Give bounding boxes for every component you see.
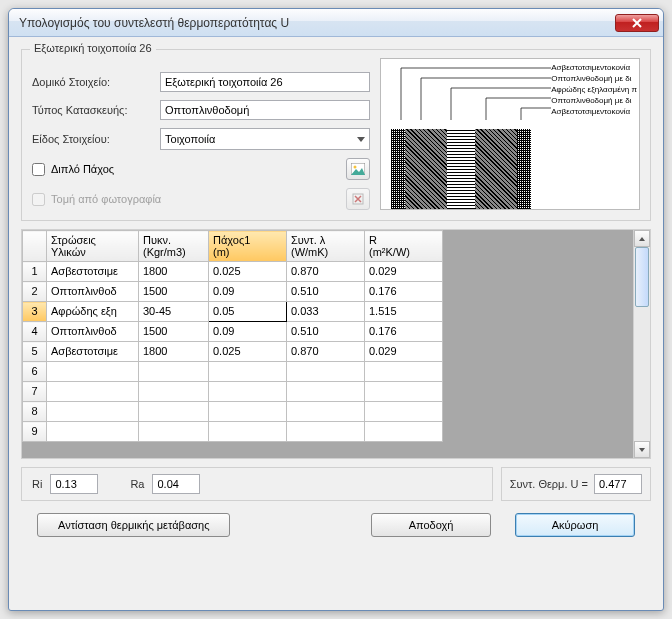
- cell-density[interactable]: 1800: [139, 262, 209, 282]
- cell-lambda[interactable]: 0.033: [287, 302, 365, 322]
- cell-r[interactable]: [365, 422, 443, 442]
- cell-lambda[interactable]: [287, 382, 365, 402]
- scroll-track[interactable]: [634, 247, 650, 441]
- cell-thickness[interactable]: 0.025: [209, 262, 287, 282]
- table-row[interactable]: 1Ασβεστοτσιμε18000.0250.8700.029: [23, 262, 443, 282]
- cell-density[interactable]: 30-45: [139, 302, 209, 322]
- row-header[interactable]: 9: [23, 422, 47, 442]
- sketch-label: Οπτοπλινθοδομή με δι: [551, 96, 637, 106]
- cell-material[interactable]: [47, 362, 139, 382]
- cell-lambda[interactable]: 0.510: [287, 322, 365, 342]
- ra-label: Ra: [130, 478, 144, 490]
- row-header[interactable]: 4: [23, 322, 47, 342]
- col-header-density[interactable]: Πυκν. (Kgr/m3): [139, 231, 209, 262]
- col-header-row[interactable]: [23, 231, 47, 262]
- cancel-button[interactable]: Ακύρωση: [515, 513, 635, 537]
- table-row[interactable]: 8: [23, 402, 443, 422]
- row-header[interactable]: 8: [23, 402, 47, 422]
- cell-lambda[interactable]: [287, 422, 365, 442]
- col-header-material[interactable]: Στρώσεις Υλικών: [47, 231, 139, 262]
- cell-material[interactable]: Αφρώδης εξη: [47, 302, 139, 322]
- col-header-thickness[interactable]: Πάχος1 (m): [209, 231, 287, 262]
- cell-lambda[interactable]: 0.870: [287, 262, 365, 282]
- table-row[interactable]: 2Οπτοπλινθοδ15000.090.5100.176: [23, 282, 443, 302]
- kind-label: Είδος Στοιχείου:: [32, 133, 152, 145]
- cell-lambda[interactable]: 0.510: [287, 282, 365, 302]
- cell-thickness[interactable]: 0.09: [209, 322, 287, 342]
- svg-point-1: [354, 166, 357, 169]
- cell-thickness[interactable]: 0.05: [209, 302, 287, 322]
- table-row[interactable]: 6: [23, 362, 443, 382]
- cell-density[interactable]: [139, 402, 209, 422]
- table-row[interactable]: 5Ασβεστοτσιμε18000.0250.8700.029: [23, 342, 443, 362]
- kind-combo[interactable]: Τοιχοποιία: [160, 128, 370, 150]
- cell-lambda[interactable]: [287, 362, 365, 382]
- cell-density[interactable]: [139, 362, 209, 382]
- cell-thickness[interactable]: [209, 422, 287, 442]
- cell-thickness[interactable]: 0.025: [209, 342, 287, 362]
- cell-r[interactable]: [365, 382, 443, 402]
- table-row[interactable]: 9: [23, 422, 443, 442]
- cell-r[interactable]: 0.176: [365, 322, 443, 342]
- col-header-lambda[interactable]: Συντ. λ (W/mK): [287, 231, 365, 262]
- cell-density[interactable]: 1500: [139, 282, 209, 302]
- cell-material[interactable]: [47, 422, 139, 442]
- construction-input[interactable]: [160, 100, 370, 120]
- row-header[interactable]: 1: [23, 262, 47, 282]
- cell-material[interactable]: Οπτοπλινθοδ: [47, 282, 139, 302]
- cell-material[interactable]: Οπτοπλινθοδ: [47, 322, 139, 342]
- double-thickness-check[interactable]: [32, 163, 45, 176]
- row-header[interactable]: 7: [23, 382, 47, 402]
- table-row[interactable]: 4Οπτοπλινθοδ15000.090.5100.176: [23, 322, 443, 342]
- cell-r[interactable]: 0.029: [365, 262, 443, 282]
- sketch-layer: [405, 129, 447, 209]
- element-label: Δομικό Στοιχείο:: [32, 76, 152, 88]
- cell-density[interactable]: [139, 422, 209, 442]
- cell-material[interactable]: [47, 382, 139, 402]
- cell-density[interactable]: [139, 382, 209, 402]
- col-header-r[interactable]: R (m²K/W): [365, 231, 443, 262]
- cell-material[interactable]: Ασβεστοτσιμε: [47, 342, 139, 362]
- cell-lambda[interactable]: [287, 402, 365, 422]
- double-thickness-checkbox[interactable]: Διπλό Πάχος: [32, 163, 114, 176]
- thermal-resistance-button[interactable]: Αντίσταση θερμικής μετάβασης: [37, 513, 230, 537]
- cell-thickness[interactable]: [209, 362, 287, 382]
- group-title: Εξωτερική τοιχοποιία 26: [30, 42, 156, 54]
- u-result-box: Συντ. Θερμ. U =: [501, 467, 651, 501]
- table-row[interactable]: 7: [23, 382, 443, 402]
- layers-grid[interactable]: Στρώσεις Υλικών Πυκν. (Kgr/m3) Πάχος1 (m…: [22, 230, 443, 442]
- scroll-up-button[interactable]: [634, 230, 650, 247]
- scroll-down-button[interactable]: [634, 441, 650, 458]
- cell-thickness[interactable]: [209, 402, 287, 422]
- ra-input[interactable]: [152, 474, 200, 494]
- accept-button[interactable]: Αποδοχή: [371, 513, 491, 537]
- kind-value: Τοιχοποιία: [165, 133, 215, 145]
- row-header[interactable]: 3: [23, 302, 47, 322]
- row-header[interactable]: 5: [23, 342, 47, 362]
- cell-r[interactable]: 1.515: [365, 302, 443, 322]
- cell-density[interactable]: 1500: [139, 322, 209, 342]
- close-button[interactable]: [615, 14, 659, 32]
- cell-r[interactable]: 0.029: [365, 342, 443, 362]
- photo-section-checkbox: Τομή από φωτογραφία: [32, 193, 161, 206]
- cell-r[interactable]: [365, 362, 443, 382]
- cell-thickness[interactable]: [209, 382, 287, 402]
- cell-lambda[interactable]: 0.870: [287, 342, 365, 362]
- element-input[interactable]: [160, 72, 370, 92]
- cell-r[interactable]: [365, 402, 443, 422]
- cell-density[interactable]: 1800: [139, 342, 209, 362]
- cell-thickness[interactable]: 0.09: [209, 282, 287, 302]
- vertical-scrollbar[interactable]: [633, 230, 650, 458]
- row-header[interactable]: 2: [23, 282, 47, 302]
- cell-material[interactable]: Ασβεστοτσιμε: [47, 262, 139, 282]
- cell-material[interactable]: [47, 402, 139, 422]
- table-row[interactable]: 3Αφρώδης εξη30-450.050.0331.515: [23, 302, 443, 322]
- photo-section-check: [32, 193, 45, 206]
- cell-r[interactable]: 0.176: [365, 282, 443, 302]
- ri-input[interactable]: [50, 474, 98, 494]
- picture-button[interactable]: [346, 158, 370, 180]
- sketch-layer: [475, 129, 517, 209]
- scroll-thumb[interactable]: [635, 247, 649, 307]
- row-header[interactable]: 6: [23, 362, 47, 382]
- layers-grid-wrap: Στρώσεις Υλικών Πυκν. (Kgr/m3) Πάχος1 (m…: [21, 229, 651, 459]
